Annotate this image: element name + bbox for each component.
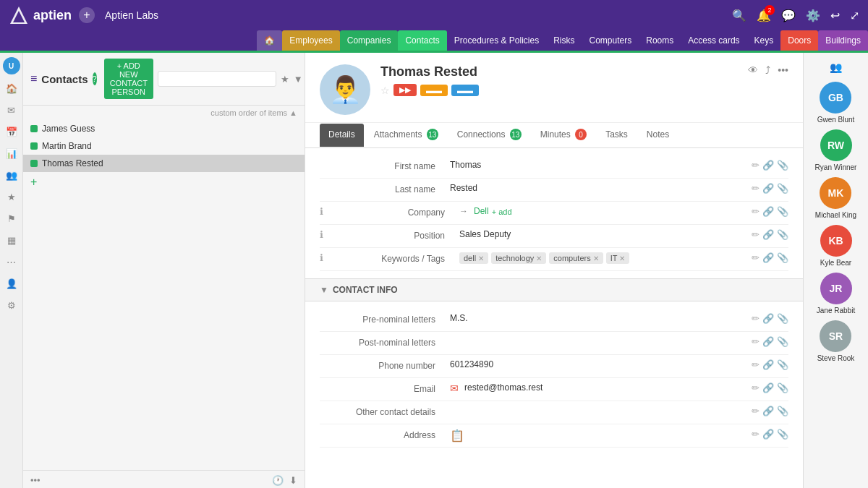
edit-icon[interactable]: ✏ bbox=[752, 229, 760, 240]
sidebar-people-icon[interactable]: 👥 bbox=[4, 167, 20, 183]
tab-employees[interactable]: Employees bbox=[282, 30, 339, 51]
favorite-star[interactable]: ☆ bbox=[380, 85, 390, 96]
link-icon[interactable]: 🔗 bbox=[762, 183, 774, 194]
company-info-icon[interactable]: ℹ bbox=[320, 206, 323, 217]
tags-info-icon[interactable]: ℹ bbox=[320, 252, 323, 263]
attach-icon[interactable]: 📎 bbox=[777, 206, 788, 217]
attach-icon[interactable]: 📎 bbox=[777, 382, 788, 393]
attach-icon[interactable]: 📎 bbox=[777, 252, 788, 263]
link-icon[interactable]: 🔗 bbox=[762, 359, 774, 370]
sidebar-person-icon[interactable]: 👤 bbox=[4, 275, 20, 291]
add-company-link[interactable]: + add bbox=[492, 207, 512, 216]
attach-icon[interactable]: 📎 bbox=[777, 406, 788, 416]
footer-dots[interactable]: ••• bbox=[30, 475, 41, 486]
link-icon[interactable]: 🔗 bbox=[762, 429, 774, 440]
more-options-icon[interactable]: ••• bbox=[778, 64, 788, 76]
sidebar-envelope-icon[interactable]: ✉ bbox=[4, 102, 20, 118]
sidebar-grid-icon[interactable]: ▦ bbox=[4, 232, 20, 248]
tag-remove[interactable]: ✕ bbox=[619, 254, 625, 262]
expand-icon[interactable]: ⤢ bbox=[850, 9, 859, 22]
sidebar-star-icon[interactable]: ★ bbox=[4, 189, 20, 205]
star-filter-icon[interactable]: ★ bbox=[281, 74, 289, 85]
user-avatar[interactable]: U bbox=[3, 57, 20, 74]
link-icon[interactable]: 🔗 bbox=[762, 160, 774, 171]
edit-icon[interactable]: ✏ bbox=[752, 183, 760, 194]
attach-icon[interactable]: 📎 bbox=[777, 313, 788, 324]
position-info-icon[interactable]: ℹ bbox=[320, 229, 323, 240]
contact-info-section-header[interactable]: ▼ CONTACT INFO bbox=[305, 278, 803, 301]
help-button[interactable]: ? bbox=[93, 72, 97, 85]
tab-keys[interactable]: Keys bbox=[747, 30, 781, 51]
attach-icon[interactable]: 📎 bbox=[777, 359, 788, 370]
link-icon[interactable]: 🔗 bbox=[762, 229, 774, 240]
contact-item[interactable]: James Guess bbox=[23, 120, 305, 137]
tab-access-cards[interactable]: Access cards bbox=[681, 30, 746, 51]
link-icon[interactable]: 🔗 bbox=[762, 313, 774, 324]
add-more-button[interactable]: + bbox=[23, 172, 305, 192]
tab-home[interactable]: 🏠 bbox=[257, 30, 282, 51]
edit-icon[interactable]: ✏ bbox=[752, 429, 760, 440]
tab-notes[interactable]: Notes bbox=[638, 124, 678, 147]
notifications-icon[interactable]: 🔔2 bbox=[757, 9, 771, 22]
edit-icon[interactable]: ✏ bbox=[752, 382, 760, 393]
link-icon[interactable]: 🔗 bbox=[762, 336, 774, 347]
link-icon[interactable]: 🔗 bbox=[762, 252, 774, 263]
footer-download-icon[interactable]: ⬇ bbox=[289, 475, 297, 486]
link-icon[interactable]: 🔗 bbox=[762, 382, 774, 393]
edit-icon[interactable]: ✏ bbox=[752, 359, 760, 370]
chat-icon[interactable]: 💬 bbox=[781, 9, 796, 22]
company-link[interactable]: Dell bbox=[474, 206, 489, 216]
tab-buildings[interactable]: Buildings bbox=[818, 30, 868, 51]
tab-doors[interactable]: Doors bbox=[780, 30, 818, 51]
contact-item-active[interactable]: Thomas Rested bbox=[23, 155, 305, 172]
edit-icon[interactable]: ✏ bbox=[752, 406, 760, 416]
contact-item[interactable]: Martin Brand bbox=[23, 137, 305, 155]
footer-clock-icon[interactable]: 🕐 bbox=[272, 475, 284, 486]
search-input[interactable] bbox=[158, 71, 276, 87]
edit-icon[interactable]: ✏ bbox=[752, 206, 760, 217]
status-badge-yellow[interactable]: ▬▬ bbox=[420, 85, 448, 96]
tab-minutes[interactable]: Minutes 0 bbox=[532, 123, 595, 147]
tab-connections[interactable]: Connections 13 bbox=[448, 123, 530, 147]
add-contact-button[interactable]: + ADD NEW CONTACT PERSON bbox=[104, 59, 153, 99]
attach-icon[interactable]: 📎 bbox=[777, 183, 788, 194]
sidebar-settings-icon[interactable]: ⚙ bbox=[4, 297, 20, 313]
link-icon[interactable]: 🔗 bbox=[762, 406, 774, 416]
sidebar-home-icon[interactable]: 🏠 bbox=[4, 80, 20, 96]
attach-icon[interactable]: 📎 bbox=[777, 429, 788, 440]
tag-remove[interactable]: ✕ bbox=[478, 254, 484, 262]
person-avatar-gwen[interactable]: GB bbox=[820, 82, 851, 114]
tab-risks[interactable]: Risks bbox=[546, 30, 582, 51]
edit-icon[interactable]: ✏ bbox=[752, 313, 760, 324]
tab-attachments[interactable]: Attachments 13 bbox=[365, 123, 447, 147]
edit-icon[interactable]: ✏ bbox=[752, 160, 760, 171]
settings-icon[interactable]: ⚙️ bbox=[806, 9, 820, 22]
edit-icon[interactable]: ✏ bbox=[752, 336, 760, 347]
status-badge-blue[interactable]: ▬▬ bbox=[451, 85, 479, 96]
sidebar-calendar-icon[interactable]: 📅 bbox=[4, 124, 20, 140]
link-icon[interactable]: 🔗 bbox=[762, 206, 774, 217]
tag-remove[interactable]: ✕ bbox=[536, 254, 542, 262]
tab-details[interactable]: Details bbox=[320, 124, 364, 147]
filter-icon[interactable]: ▼ bbox=[294, 74, 303, 85]
person-avatar-ryan[interactable]: RW bbox=[820, 129, 852, 161]
attach-icon[interactable]: 📎 bbox=[777, 229, 788, 240]
sidebar-flag-icon[interactable]: ⚑ bbox=[4, 210, 20, 226]
edit-icon[interactable]: ✏ bbox=[752, 252, 760, 263]
tab-rooms[interactable]: Rooms bbox=[639, 30, 681, 51]
person-avatar-jane[interactable]: JR bbox=[820, 273, 852, 304]
attach-icon[interactable]: 📎 bbox=[777, 336, 788, 347]
sidebar-more-icon[interactable]: ⋯ bbox=[4, 254, 20, 270]
view-icon[interactable]: 👁 bbox=[748, 64, 758, 76]
tab-contacts[interactable]: Contacts bbox=[398, 30, 446, 51]
person-avatar-kyle[interactable]: KB bbox=[820, 225, 852, 257]
logout-icon[interactable]: ↩ bbox=[830, 9, 840, 22]
sidebar-chart-icon[interactable]: 📊 bbox=[4, 145, 20, 161]
tab-computers[interactable]: Computers bbox=[582, 30, 639, 51]
add-button[interactable]: + bbox=[79, 7, 95, 23]
person-avatar-steve[interactable]: SR bbox=[820, 320, 851, 352]
person-avatar-michael[interactable]: MK bbox=[820, 177, 851, 209]
share-icon[interactable]: ⤴ bbox=[765, 64, 770, 76]
tab-procedures[interactable]: Procedures & Policies bbox=[447, 30, 546, 51]
status-badge-red[interactable]: ▶▶ bbox=[393, 84, 417, 96]
